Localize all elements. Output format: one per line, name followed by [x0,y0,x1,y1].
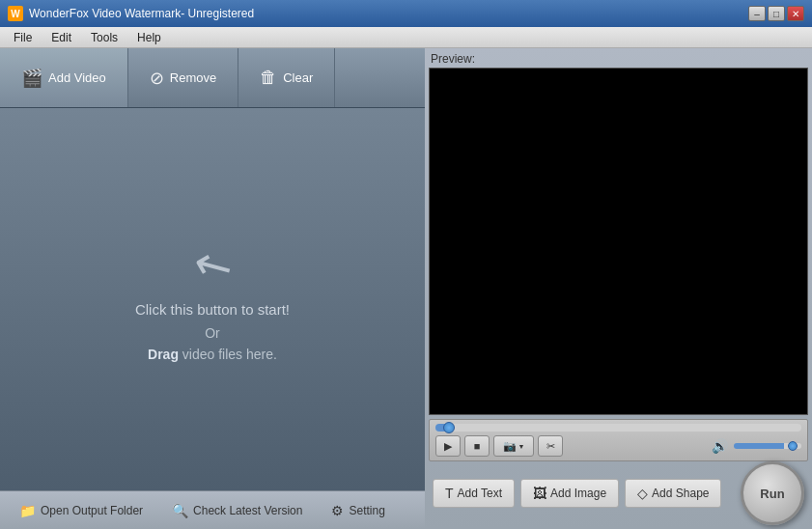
preview-area [429,68,808,415]
volume-icon: 🔊 [712,438,728,454]
controls-right: 🔊 [712,438,801,454]
add-shape-label: Add Shape [652,487,709,500]
watermark-and-run: T Add Text 🖼 Add Image ◇ Add Shape Run [429,461,808,525]
drop-text-or: Or [205,325,220,341]
add-image-button[interactable]: 🖼 Add Image [520,479,619,508]
clear-label: Clear [283,70,313,85]
stop-button[interactable]: ■ [464,435,490,457]
left-panel: 🎬 Add Video ⊘ Remove 🗑 Clear ↖ Click thi… [0,48,425,529]
play-icon: ▶ [444,440,452,453]
snapshot-icon: 📷 [503,440,517,453]
run-label: Run [760,487,784,501]
stop-icon: ■ [474,440,481,452]
menu-tools[interactable]: Tools [81,29,127,46]
menu-file[interactable]: File [4,29,42,46]
watermark-row: T Add Text 🖼 Add Image ◇ Add Shape [429,473,725,514]
volume-bar[interactable] [734,443,801,449]
app-icon: W [8,6,23,21]
toolbar: 🎬 Add Video ⊘ Remove 🗑 Clear [0,48,425,108]
controls-left: ▶ ■ 📷 ✂ [435,435,563,457]
add-video-label: Add Video [48,70,106,85]
open-output-folder-button[interactable]: 📁 Open Output Folder [8,499,154,522]
menu-bar: File Edit Tools Help [0,27,812,48]
preview-label: Preview: [429,52,808,66]
remove-button[interactable]: ⊘ Remove [128,48,238,107]
add-text-button[interactable]: T Add Text [433,479,515,508]
drop-text-drag: Drag video files here. [148,347,277,362]
scissors-icon: ✂ [546,440,555,453]
menu-help[interactable]: Help [127,29,171,46]
play-button[interactable]: ▶ [435,435,461,457]
maximize-button[interactable]: □ [768,6,785,21]
shape-icon: ◇ [637,486,648,501]
setting-button[interactable]: ⚙ Setting [320,499,396,522]
title-bar-left: W WonderFox Video Watermark- Unregistere… [8,6,254,21]
arrow-icon: ↖ [182,231,243,296]
controls-row: ▶ ■ 📷 ✂ 🔊 [435,435,801,457]
menu-edit[interactable]: Edit [42,29,81,46]
scissors-button[interactable]: ✂ [538,435,563,457]
add-image-label: Add Image [550,487,606,500]
setting-label: Setting [349,504,384,517]
main-container: 🎬 Add Video ⊘ Remove 🗑 Clear ↖ Click thi… [0,48,812,529]
seek-bar-container [435,424,801,432]
text-icon: T [445,486,454,501]
add-text-label: Add Text [458,487,502,500]
add-shape-button[interactable]: ◇ Add Shape [625,479,721,508]
minimize-button[interactable]: – [748,6,766,21]
open-folder-label: Open Output Folder [41,504,143,517]
title-bar-buttons: – □ ✕ [748,6,804,21]
volume-thumb [788,441,798,451]
video-controls: ▶ ■ 📷 ✂ 🔊 [429,419,808,461]
clear-icon: 🗑 [260,68,277,88]
close-button[interactable]: ✕ [787,6,804,21]
snapshot-button[interactable]: 📷 [493,435,534,457]
bottom-bar: 📁 Open Output Folder 🔍 Check Latest Vers… [0,490,425,529]
check-version-button[interactable]: 🔍 Check Latest Version [160,499,314,522]
add-video-icon: 🎬 [21,68,42,89]
check-icon: 🔍 [172,503,188,518]
remove-icon: ⊘ [150,68,164,89]
run-button[interactable]: Run [741,461,804,525]
remove-label: Remove [170,70,216,85]
image-icon: 🖼 [533,486,546,501]
title-bar: W WonderFox Video Watermark- Unregistere… [0,0,812,27]
seek-bar[interactable] [435,424,801,432]
window-title: WonderFox Video Watermark- Unregistered [29,7,254,20]
right-panel: Preview: ▶ ■ 📷 [425,48,812,529]
drop-text-main: Click this button to start! [135,301,290,318]
check-version-label: Check Latest Version [193,504,302,517]
folder-icon: 📁 [19,503,36,518]
add-video-button[interactable]: 🎬 Add Video [0,48,128,107]
gear-icon: ⚙ [331,503,344,518]
clear-button[interactable]: 🗑 Clear [238,48,335,107]
drop-area[interactable]: ↖ Click this button to start! Or Drag vi… [0,108,425,490]
seek-thumb [443,422,455,433]
